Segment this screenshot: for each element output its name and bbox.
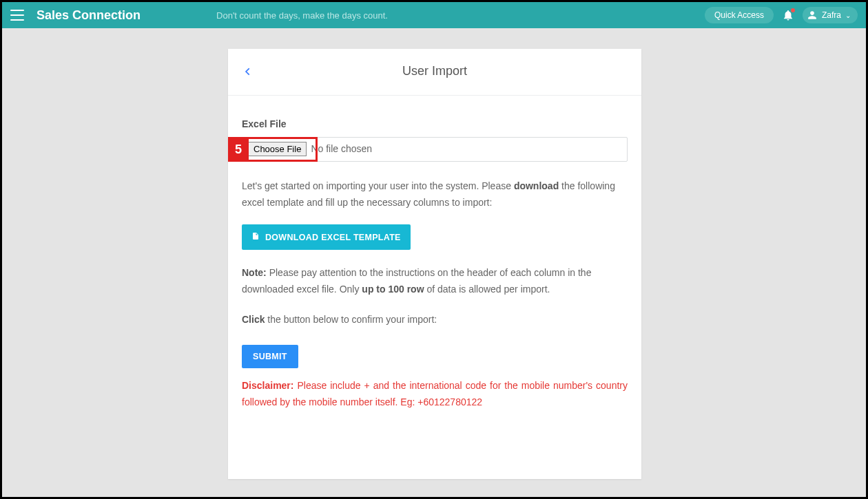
file-input-row[interactable]: Choose File No file chosen xyxy=(242,137,628,162)
notification-dot xyxy=(791,8,795,12)
download-template-label: DOWNLOAD EXCEL TEMPLATE xyxy=(265,233,401,242)
hamburger-menu-icon[interactable] xyxy=(10,10,24,21)
choose-file-button[interactable]: Choose File xyxy=(248,142,307,156)
file-icon xyxy=(251,231,260,243)
app-brand: Sales Connection xyxy=(37,8,141,23)
user-menu[interactable]: Zafra ⌄ xyxy=(803,7,858,23)
user-avatar-icon xyxy=(807,10,818,21)
quick-access-button[interactable]: Quick Access xyxy=(705,7,774,23)
click-paragraph: Click the button below to confirm your i… xyxy=(242,312,628,328)
top-navbar: Sales Connection Don't count the days, m… xyxy=(2,2,866,28)
tagline-text: Don't count the days, make the days coun… xyxy=(216,10,388,21)
download-template-button[interactable]: DOWNLOAD EXCEL TEMPLATE xyxy=(242,224,411,250)
user-name-label: Zafra xyxy=(822,10,841,20)
chevron-down-icon: ⌄ xyxy=(845,12,851,19)
card-title: User Import xyxy=(228,64,641,78)
intro-paragraph: Let's get started on importing your user… xyxy=(242,178,628,211)
notifications-bell-icon[interactable] xyxy=(782,9,794,21)
page-body: User Import Excel File Choose File No fi… xyxy=(2,28,866,497)
note-paragraph: Note: Please pay attention to the instru… xyxy=(242,265,628,298)
submit-button[interactable]: SUBMIT xyxy=(242,345,298,368)
disclaimer-text: Disclaimer: Please include + and the int… xyxy=(242,378,628,411)
user-import-card: User Import Excel File Choose File No fi… xyxy=(228,49,641,479)
excel-file-label: Excel File xyxy=(242,116,628,133)
file-chosen-text: No file chosen xyxy=(311,141,372,158)
